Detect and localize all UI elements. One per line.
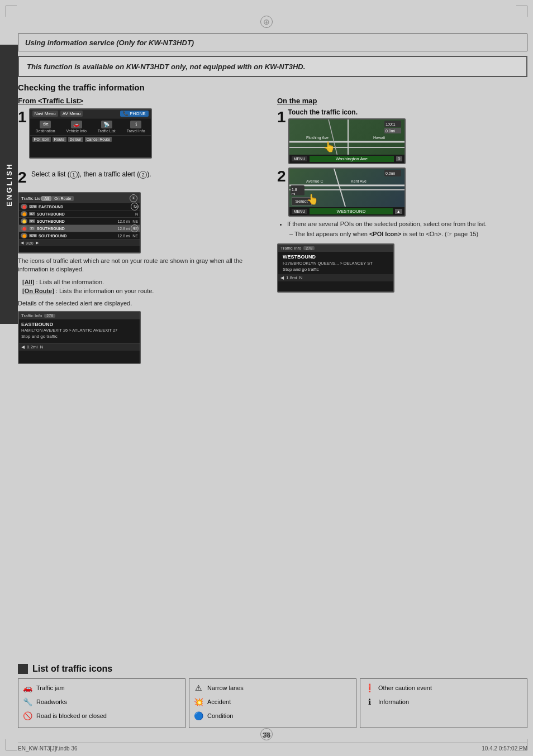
corner-mark-tr xyxy=(516,6,527,17)
svg-text:Avenue C: Avenue C xyxy=(306,179,323,183)
svg-text:Flushing Ave: Flushing Ave xyxy=(306,136,329,140)
col-left: From <Traffic List> 1 Navi Menu AV Menu … xyxy=(18,97,268,364)
step1-left-number: 1 xyxy=(18,108,27,126)
svg-text:0.0mi: 0.0mi xyxy=(386,129,396,133)
tir-back: ◀ xyxy=(280,275,284,280)
navi-menu-tab[interactable]: Navi Menu xyxy=(32,111,58,117)
tl-dir-3: SOUTHBOUND xyxy=(37,219,65,223)
step1-right-instruction: Touch the traffic icon. xyxy=(288,108,406,116)
traffic-icon: 📡 xyxy=(101,121,112,128)
tl-badge-1: 278 xyxy=(29,205,37,208)
tir-header: Traffic Info 278 xyxy=(278,245,393,252)
footer-right: 10.4.2 0:57:02 PM xyxy=(482,745,527,752)
tl-dir-5: SOUTHBOUND xyxy=(39,234,66,238)
road-blocked-label: Road is blocked or closed xyxy=(36,712,107,719)
footer-left: EN_KW-NT3[J]f.indb 36 xyxy=(18,745,78,752)
detour-btn[interactable]: Detour xyxy=(68,137,83,142)
traffic-list-screen: Traffic List All On Route ① 🔴 278 EASTBO… xyxy=(18,192,141,253)
navi-bottom-row: POI Icon Route Detour Cancel Route xyxy=(30,135,151,143)
page-title: Using information service (Only for KW-N… xyxy=(25,39,194,47)
tic-item-narrow-lanes: ⚠ Narrow lanes xyxy=(193,682,353,693)
travel-info-btn[interactable]: ℹ Travel Info xyxy=(127,121,145,133)
ti-dist: 0.2mi xyxy=(27,344,38,350)
ti-back-arrow: ◀ xyxy=(21,344,25,350)
tl-tab-onroute[interactable]: On Route xyxy=(51,196,74,201)
step2-left-number: 2 xyxy=(18,169,27,186)
tl-icon-1: 🔴 xyxy=(21,204,27,209)
ti-footer: ◀ 0.2mi N xyxy=(19,343,140,351)
phone-icon: 📞 xyxy=(123,111,129,116)
route-btn[interactable]: Route xyxy=(53,137,66,142)
roadworks-label: Roadworks xyxy=(36,698,67,705)
navi-icons-row: 🗺 Destination 🚗 Vehicle Info 📡 Traffic L… xyxy=(30,118,151,135)
map-status-1: Washington Ave xyxy=(310,156,393,162)
poi-icon-btn[interactable]: POI Icon xyxy=(32,137,51,142)
tl-tab-all[interactable]: All xyxy=(41,196,51,201)
destination-btn[interactable]: 🗺 Destination xyxy=(36,121,55,133)
tic-item-condition: 🔵 Condition xyxy=(193,710,353,721)
step2-instruction: Select a list (1), then a traffic alert … xyxy=(31,170,151,178)
tl-row-4[interactable]: 🔴 35 SOUTHBOUND 12.8 mi NE ② xyxy=(19,225,140,232)
map-menu-btn-2[interactable]: MENU xyxy=(292,209,308,214)
tl-icon-4: 🔴 xyxy=(21,226,27,231)
svg-text:1.8: 1.8 xyxy=(292,188,297,192)
sidebar-english-text: ENGLISH xyxy=(5,162,13,207)
tl-row-2[interactable]: 🟠 87 SOUTHBOUND N xyxy=(19,210,140,218)
information-icon: ℹ xyxy=(364,696,375,707)
tl-row-1[interactable]: 🔴 278 EASTBOUND W ① xyxy=(19,203,140,210)
tl-badge-4: 35 xyxy=(29,227,35,230)
bullet-1: If there are several POIs on the selecte… xyxy=(287,220,527,228)
map-menu-btn-1[interactable]: MENU xyxy=(292,156,308,161)
phone-btn[interactable]: 📞 PHONE xyxy=(120,111,149,117)
step1-right-number: 1 xyxy=(277,108,286,126)
tl-footer: ◀ 9/20 ▶ xyxy=(19,240,140,246)
tl-dir-2: SOUTHBOUND xyxy=(37,212,65,216)
tl-page: 9/20 xyxy=(26,241,34,245)
cancel-route-btn[interactable]: Cancel Route xyxy=(85,137,112,142)
tic-item-traffic-jam: 🚗 Traffic jam xyxy=(22,682,182,693)
other-caution-icon: ❗ xyxy=(364,682,375,693)
accident-label: Accident xyxy=(207,698,231,705)
details-text: Details of the selected alert are displa… xyxy=(18,299,268,308)
tl-dist-3: 12.6 mi NE xyxy=(117,219,138,223)
condition-icon: 🔵 xyxy=(193,710,204,721)
traffic-detail-screen: Traffic Info 278 EASTBOUND HAMILTON AVE/… xyxy=(18,311,141,364)
traffic-jam-icon: 🚗 xyxy=(22,682,33,693)
col-right: On the map 1 Touch the traffic icon. xyxy=(277,97,527,364)
touch-hand-icon: 👆 xyxy=(323,141,335,153)
tir-direction: WESTBOUND xyxy=(280,253,391,260)
map-screen-1: Hawaii Flushing Ave 1:0:1 0.0mi 👆 xyxy=(288,118,406,164)
traffic-list-btn[interactable]: 📡 Traffic List xyxy=(98,121,116,133)
info-text: This function is available on KW-NT3HDT … xyxy=(27,63,305,71)
tir-route: I-278/BROOKLYN QUEENS... > DELANCEY ST xyxy=(280,260,391,266)
ti-location: HAMILTON AVE/EXIT 26 > ATLANTIC AVE/EXIT… xyxy=(21,328,137,333)
tl-title: Traffic List xyxy=(21,196,41,201)
av-menu-tab[interactable]: AV Menu xyxy=(60,111,83,117)
tl-back-arrow: ◀ xyxy=(21,241,23,245)
page-footer: EN_KW-NT3[J]f.indb 36 10.4.2 0:57:02 PM xyxy=(18,743,527,752)
traffic-icons-section: List of traffic icons 🚗 Traffic jam 🔧 Ro… xyxy=(18,664,527,728)
tic-col-3: ❗ Other caution event ℹ Information xyxy=(360,678,527,728)
tl-header: Traffic List All On Route ① xyxy=(19,193,140,203)
ti-header-label: Traffic Info xyxy=(21,313,42,318)
tl-row-3[interactable]: 🟡 95 SOUTHBOUND 12.6 mi NE xyxy=(19,218,140,225)
tic-col-2: ⚠ Narrow lanes 💥 Accident 🔵 Condition xyxy=(189,678,356,728)
narrow-lanes-label: Narrow lanes xyxy=(207,685,244,691)
tl-badge-3: 95 xyxy=(29,219,35,223)
other-caution-label: Other caution event xyxy=(378,685,432,691)
corner-mark-bl xyxy=(6,739,17,750)
header-box: Using information service (Only for KW-N… xyxy=(18,34,527,51)
destination-icon: 🗺 xyxy=(40,121,51,128)
onroute-def: [On Route] : Lists the information on yo… xyxy=(22,286,268,296)
navi-menu-screen: Navi Menu AV Menu 📞 PHONE 🗺 Destination xyxy=(29,108,152,159)
tic-header: List of traffic icons xyxy=(18,664,527,674)
bullet-list: If there are several POIs on the selecte… xyxy=(280,220,527,239)
tl-fwd-arrow: ▶ xyxy=(36,241,39,245)
ti-badge: 278 xyxy=(44,314,55,318)
tic-item-accident: 💥 Accident xyxy=(193,696,353,707)
center-top-marker: ⊕ xyxy=(260,16,273,28)
vehicle-info-btn[interactable]: 🚗 Vehicle Info xyxy=(66,121,87,133)
tl-badge-5: 678 xyxy=(29,234,37,237)
tl-icon-5: 🟠 xyxy=(21,233,27,238)
tl-row-5[interactable]: 🟠 678 SOUTHBOUND 12.8 mi NE xyxy=(19,232,140,240)
